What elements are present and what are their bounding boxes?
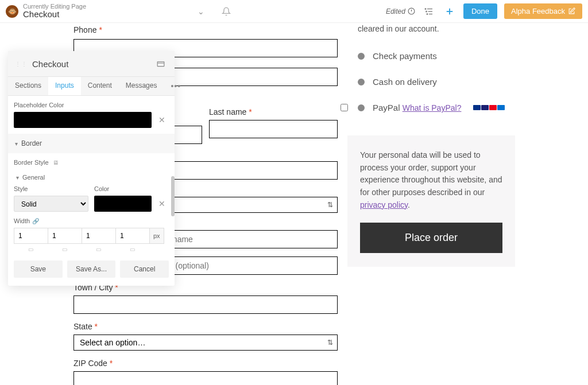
content-area: Phone * ddress? Last name * ⇅ Town / Cit…	[0, 23, 588, 385]
side-left-icon: ▭	[115, 246, 149, 252]
clear-color-icon[interactable]: ✕	[155, 113, 169, 127]
svg-point-5	[426, 11, 427, 12]
panel-body: Placeholder Color ✕ Border Border Style …	[8, 96, 175, 252]
drag-handle-icon[interactable]: ⋮⋮	[15, 61, 28, 67]
privacy-policy-link[interactable]: privacy policy	[360, 200, 408, 209]
save-button[interactable]: Save	[14, 260, 63, 278]
payment-option-check[interactable]: Check payments	[358, 43, 505, 69]
border-style-select[interactable]: Solid	[14, 196, 88, 212]
svg-point-6	[427, 13, 428, 14]
page-dropdown-icon[interactable]: ⌄	[194, 5, 208, 18]
width-bottom-input[interactable]	[82, 228, 115, 244]
radio-icon	[358, 53, 365, 60]
radio-icon	[358, 79, 365, 85]
width-right-input[interactable]	[48, 228, 82, 244]
border-section-header[interactable]: Border	[8, 134, 175, 153]
side-indicators: ▭ ▭ ▭ ▭	[14, 246, 169, 252]
link-icon[interactable]: 🔗	[32, 218, 39, 224]
panel-title: Checkout	[32, 59, 154, 69]
panel-footer: Save Save As... Cancel	[8, 252, 175, 286]
radio-icon	[358, 104, 365, 111]
last-name-label: Last name *	[209, 107, 338, 116]
page-info: Currently Editing Page Checkout	[23, 3, 86, 20]
general-subsection[interactable]: General	[14, 169, 169, 185]
width-inputs: px	[14, 228, 169, 244]
save-as-button[interactable]: Save As...	[67, 260, 116, 278]
privacy-text: Your personal data will be used to proce…	[360, 149, 502, 211]
app-logo: 🐵	[6, 5, 18, 18]
checkout-sidebar: cleared in our account. Check payments C…	[347, 23, 515, 267]
chevron-down-icon	[16, 174, 19, 181]
side-bottom-icon: ▭	[82, 246, 115, 252]
alpha-feedback-button[interactable]: Alpha Feedback	[504, 3, 582, 19]
zip-label: ZIP Code *	[74, 359, 338, 368]
border-color-swatch[interactable]	[94, 196, 152, 212]
payment-option-cod[interactable]: Cash on delivery	[358, 69, 505, 95]
clear-border-color-icon[interactable]: ✕	[155, 197, 169, 211]
cancel-button[interactable]: Cancel	[120, 260, 169, 278]
phone-label: Phone *	[74, 25, 338, 34]
side-top-icon: ▭	[14, 246, 48, 252]
zip-input[interactable]	[74, 371, 338, 385]
svg-rect-9	[157, 62, 164, 67]
top-bar: 🐵 Currently Editing Page Checkout ⌄ Edit…	[0, 0, 588, 23]
state-label: State *	[74, 322, 338, 331]
done-button[interactable]: Done	[463, 3, 497, 19]
add-icon[interactable]	[443, 5, 457, 18]
devices-icon[interactable]: 🖥	[53, 160, 59, 166]
place-order-button[interactable]: Place order	[360, 223, 502, 253]
tab-sections[interactable]: Sections	[8, 77, 48, 95]
edited-indicator: Edited	[386, 7, 415, 15]
width-top-input[interactable]	[14, 228, 48, 244]
width-unit[interactable]: px	[149, 228, 164, 244]
width-left-input[interactable]	[115, 228, 149, 244]
color-label: Color	[94, 185, 169, 196]
payment-option-paypal[interactable]: PayPal What is PayPal?	[358, 95, 505, 120]
privacy-notice: Your personal data will be used to proce…	[347, 135, 515, 267]
town-input[interactable]	[74, 295, 338, 314]
expand-icon[interactable]	[154, 57, 168, 71]
side-right-icon: ▭	[48, 246, 82, 252]
svg-point-4	[425, 8, 426, 9]
state-select[interactable]: Select an option…	[74, 335, 338, 351]
paypal-checkbox[interactable]	[341, 104, 348, 111]
placeholder-color-label: Placeholder Color	[14, 96, 169, 112]
notification-bell-icon[interactable]	[219, 5, 233, 18]
panel-tabs: Sections Inputs Content Messages •••	[8, 77, 175, 96]
tab-inputs[interactable]: Inputs	[48, 77, 81, 95]
settings-panel: ⋮⋮ Checkout Sections Inputs Content Mess…	[8, 51, 175, 286]
style-label: Style	[14, 185, 88, 196]
panel-scrollbar[interactable]	[171, 176, 175, 216]
list-icon[interactable]	[422, 5, 436, 18]
bank-transfer-note: cleared in our account.	[358, 23, 505, 35]
tab-messages[interactable]: Messages	[119, 77, 164, 95]
width-label: Width 🔗	[14, 212, 169, 228]
chevron-down-icon	[15, 139, 18, 147]
panel-header[interactable]: ⋮⋮ Checkout	[8, 51, 175, 77]
last-name-input[interactable]	[209, 120, 338, 138]
credit-card-icons	[473, 105, 505, 110]
border-style-label: Border Style 🖥	[14, 153, 169, 169]
tab-content[interactable]: Content	[81, 77, 119, 95]
more-tabs-icon[interactable]: •••	[164, 77, 188, 95]
page-name: Checkout	[23, 10, 86, 20]
placeholder-color-swatch[interactable]	[14, 112, 152, 128]
what-is-paypal-link[interactable]: What is PayPal?	[403, 103, 462, 112]
